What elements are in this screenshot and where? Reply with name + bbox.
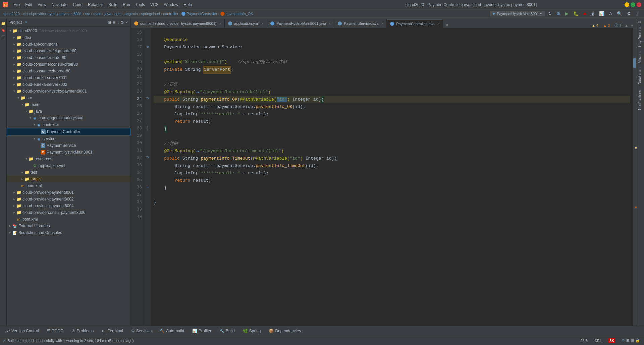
breadcrumb-java[interactable]: java <box>104 12 111 16</box>
coverage-button[interactable]: ◉ <box>589 10 596 17</box>
sidebar-project-icon[interactable]: 📁 <box>1 21 6 26</box>
tree-item-pom-root[interactable]: m pom.xml <box>7 216 130 223</box>
tree-item-payment8002[interactable]: ▸ 📁 cloud-provider-payment8002 <box>7 196 130 203</box>
tab-paymentmain[interactable]: PaymentHystrixMain8001.java × <box>267 19 334 28</box>
bottom-tab-todo[interactable]: ☰ TODO <box>44 328 66 334</box>
menu-file[interactable]: File <box>11 2 22 8</box>
breadcrumb-paymentInfo_OK[interactable]: paymentInfo_OK <box>225 12 253 16</box>
build-button[interactable]: ⚙ <box>555 10 562 17</box>
bottom-tab-dependencies[interactable]: 📦 Dependencies <box>266 328 304 334</box>
tree-item-providerconsul8006[interactable]: ▸ 📁 cloud-providerconsul-payment8006 <box>7 209 130 216</box>
tab-pom[interactable]: pom.xml (cloud-provider-hystrix-payment8… <box>131 19 225 28</box>
refresh-button[interactable]: ↻ <box>547 10 553 17</box>
settings-button[interactable]: ⚙ <box>626 10 632 17</box>
right-panel-maven[interactable]: Maven <box>637 50 644 66</box>
tab-paymentservice[interactable]: PaymentService.java × <box>334 19 387 28</box>
menu-build[interactable]: Build <box>106 2 120 8</box>
bottom-tab-version-control[interactable]: ⎇ Version Control <box>3 328 42 334</box>
tab-application[interactable]: application.yml × <box>225 19 267 28</box>
bottom-tab-services[interactable]: ⚙ Services <box>128 328 154 334</box>
status-encoding[interactable]: CRL <box>593 338 603 343</box>
menu-run[interactable]: Run <box>120 2 133 8</box>
breadcrumb-main[interactable]: main <box>93 12 101 16</box>
breadcrumb-com[interactable]: com <box>114 12 121 16</box>
menu-view[interactable]: View <box>35 2 49 8</box>
minimize-button[interactable]: − <box>625 2 629 7</box>
more-button[interactable]: ⋮ <box>634 10 641 17</box>
status-icon-2[interactable]: ⊞ <box>626 338 629 343</box>
breadcrumb-PaymentController[interactable]: PaymentController <box>186 12 217 16</box>
tab-close-paymentcontroller[interactable]: × <box>437 22 439 25</box>
tree-item-java[interactable]: ▾ 📁 java <box>7 108 130 115</box>
right-panel-notifications[interactable]: Notifications <box>637 87 644 113</box>
menu-refactor[interactable]: Refactor <box>85 2 106 8</box>
right-panel-key-promoter[interactable]: Key Promoter X <box>637 18 644 50</box>
menu-tools[interactable]: Tools <box>133 2 148 8</box>
run-button[interactable]: ▶ <box>564 10 570 17</box>
menu-code[interactable]: Code <box>70 2 85 8</box>
tree-item-PaymentService[interactable]: C PaymentService <box>7 142 130 149</box>
project-collapse-all[interactable]: ⊟ <box>112 20 116 25</box>
tree-item-consumerzk[interactable]: ▸ 📁 cloud-consumerzk-order80 <box>7 68 130 74</box>
tree-item-service[interactable]: ▾ ◉ service <box>7 135 130 142</box>
tree-item-idea[interactable]: ▸ 📁 .idea <box>7 34 130 41</box>
sidebar-structure-icon[interactable]: ☰ <box>1 34 6 40</box>
translate-button[interactable]: A <box>608 10 613 17</box>
tree-item-eureka7002[interactable]: ▸ 📁 cloud-eureka-server7002 <box>7 81 130 88</box>
close-button[interactable]: × <box>637 2 641 7</box>
code-content[interactable]: @Resource PaymentService paymentService;… <box>151 28 633 326</box>
menu-vcs[interactable]: VCS <box>148 2 161 8</box>
tree-item-consumer-feign[interactable]: ▸ 📁 cloud-consumer-feign-order80 <box>7 48 130 54</box>
tree-item-test[interactable]: ▸ 📁 test <box>7 169 130 176</box>
status-icon-1[interactable]: ⟳ <box>622 338 625 343</box>
menu-edit[interactable]: Edit <box>22 2 35 8</box>
tree-item-api-commons[interactable]: ▸ 📁 cloud-api-commons <box>7 41 130 48</box>
tree-item-controller[interactable]: ▾ ◉ controller <box>7 121 130 128</box>
tree-item-payment8001[interactable]: ▸ 📁 cloud-provider-payment8001 <box>7 189 130 196</box>
tree-item-resources[interactable]: ▾ 📁 resources <box>7 156 130 162</box>
breadcrumb-springcloud[interactable]: springcloud <box>141 12 160 16</box>
tab-close-application[interactable]: × <box>261 22 263 25</box>
tree-item-main[interactable]: ▾ 📁 main <box>7 101 130 108</box>
search-button[interactable]: 🔍 <box>615 10 624 17</box>
profiler-button[interactable]: 📊 <box>598 10 606 17</box>
tree-item-target[interactable]: ▸ 📁 target <box>7 176 130 182</box>
bottom-tab-problems[interactable]: ⚠ Problems <box>69 328 97 334</box>
breadcrumb-controller[interactable]: controller <box>163 12 178 16</box>
project-scroll-to-source[interactable]: ↕ <box>117 20 119 25</box>
breadcrumb-angenin[interactable]: angenin <box>125 12 138 16</box>
sidebar-bookmarks-icon[interactable]: 🔖 <box>1 27 6 33</box>
tree-item-payment8004[interactable]: ▸ 📁 cloud-provider-payment8004 <box>7 203 130 209</box>
debug-button[interactable]: 🐛 <box>572 10 580 17</box>
tree-item-PaymentHystrixMain8001[interactable]: C PaymentHystrixMain8001 <box>7 149 130 156</box>
tree-item-scratches[interactable]: ▸ 📝 Scratches and Consoles <box>7 229 130 236</box>
tabs-more-button[interactable]: » <box>443 22 451 28</box>
stop-button[interactable]: ■ <box>582 10 587 17</box>
tab-close-paymentmain[interactable]: × <box>329 22 331 25</box>
warnings-nav-down[interactable]: ▼ <box>630 23 634 27</box>
status-icon-3[interactable]: ▤ <box>631 338 634 343</box>
breadcrumb-cloud2020[interactable]: cloud2020 <box>3 12 20 16</box>
tree-item-hystrix8001[interactable]: ▾ 📁 cloud-provider-hystrix-payment8001 <box>7 88 130 95</box>
tree-item-consumerconsul[interactable]: ▸ 📁 cloud-consumerconsul-order80 <box>7 61 130 68</box>
tree-item-ext-libraries[interactable]: ▸ 📚 External Libraries <box>7 223 130 229</box>
tree-item-pom-hystrix[interactable]: m pom.xml <box>7 182 130 189</box>
editor-scrollbar[interactable] <box>633 28 637 326</box>
breadcrumb-src[interactable]: src <box>85 12 90 16</box>
bottom-tab-terminal[interactable]: >_ Terminal <box>99 328 126 334</box>
bottom-tab-auto-build[interactable]: 🔨 Auto-build <box>157 328 187 334</box>
maximize-button[interactable]: □ <box>631 2 635 7</box>
tree-item-src[interactable]: ▾ 📁 src <box>7 95 130 101</box>
warnings-nav-up[interactable]: ▲ <box>625 23 628 27</box>
project-expand-all[interactable]: ⊞ <box>108 20 111 25</box>
tab-close-pom[interactable]: × <box>219 22 221 25</box>
bottom-tab-profiler[interactable]: 📊 Profiler <box>190 328 214 334</box>
menu-help[interactable]: Help <box>181 2 195 8</box>
project-close[interactable]: × <box>125 20 128 25</box>
tree-item-consumer-order80[interactable]: ▸ 📁 cloud-consumer-order80 <box>7 54 130 61</box>
right-panel-database[interactable]: Database <box>637 66 644 87</box>
project-settings[interactable]: ⚙ <box>120 20 124 25</box>
tree-item-application-yml[interactable]: ⚙ application.yml <box>7 162 130 169</box>
tree-item-package[interactable]: ▾ ◉ com.angenin.springcloud <box>7 115 130 121</box>
bottom-tab-build[interactable]: 🔧 Build <box>217 328 237 334</box>
